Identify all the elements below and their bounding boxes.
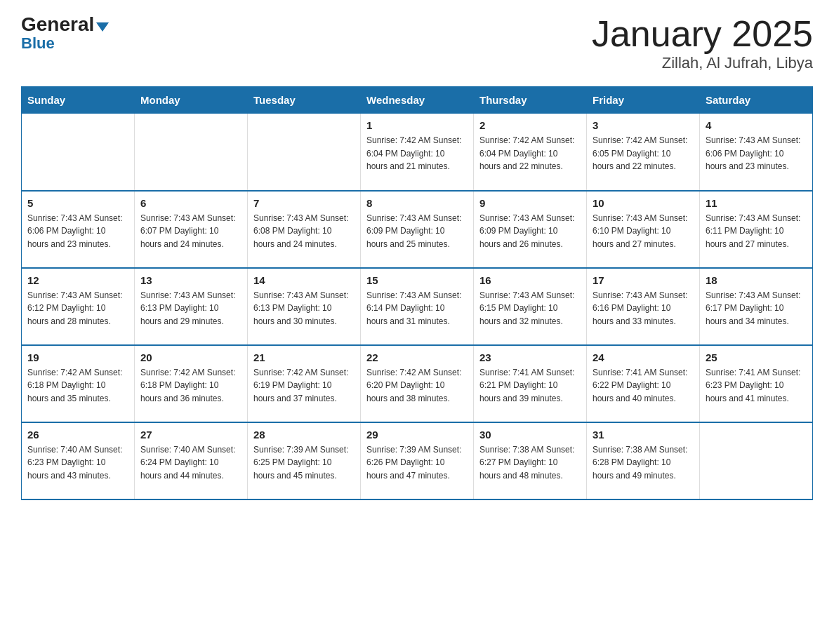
day-info: Sunrise: 7:43 AM Sunset: 6:16 PM Dayligh… [593, 289, 694, 328]
day-number: 25 [706, 351, 807, 363]
calendar-cell: 14Sunrise: 7:43 AM Sunset: 6:13 PM Dayli… [248, 268, 361, 345]
day-number: 16 [479, 274, 581, 286]
calendar-cell: 16Sunrise: 7:43 AM Sunset: 6:15 PM Dayli… [474, 268, 587, 345]
logo-general-text: General [21, 14, 109, 36]
day-number: 7 [253, 197, 355, 209]
day-number: 21 [253, 351, 355, 363]
calendar-cell: 25Sunrise: 7:41 AM Sunset: 6:23 PM Dayli… [700, 345, 813, 422]
day-info: Sunrise: 7:42 AM Sunset: 6:18 PM Dayligh… [27, 366, 128, 405]
day-info: Sunrise: 7:43 AM Sunset: 6:10 PM Dayligh… [593, 212, 694, 251]
day-number: 31 [593, 429, 694, 441]
calendar-cell: 15Sunrise: 7:43 AM Sunset: 6:14 PM Dayli… [361, 268, 474, 345]
header-cell-saturday: Saturday [700, 87, 813, 114]
day-number: 4 [706, 119, 807, 131]
calendar-row: 1Sunrise: 7:42 AM Sunset: 6:04 PM Daylig… [22, 114, 813, 191]
day-info: Sunrise: 7:41 AM Sunset: 6:23 PM Dayligh… [706, 366, 807, 405]
day-info: Sunrise: 7:43 AM Sunset: 6:15 PM Dayligh… [479, 289, 581, 328]
day-info: Sunrise: 7:43 AM Sunset: 6:09 PM Dayligh… [366, 212, 468, 251]
calendar-row: 5Sunrise: 7:43 AM Sunset: 6:06 PM Daylig… [22, 191, 813, 268]
day-info: Sunrise: 7:38 AM Sunset: 6:28 PM Dayligh… [593, 443, 694, 483]
day-info: Sunrise: 7:43 AM Sunset: 6:11 PM Dayligh… [706, 212, 807, 251]
day-info: Sunrise: 7:43 AM Sunset: 6:13 PM Dayligh… [140, 289, 241, 328]
calendar-cell: 24Sunrise: 7:41 AM Sunset: 6:22 PM Dayli… [587, 345, 700, 422]
header-cell-friday: Friday [587, 87, 700, 114]
page-subtitle: Zillah, Al Jufrah, Libya [592, 54, 813, 72]
day-info: Sunrise: 7:43 AM Sunset: 6:13 PM Dayligh… [253, 289, 355, 328]
day-info: Sunrise: 7:41 AM Sunset: 6:22 PM Dayligh… [593, 366, 694, 405]
day-info: Sunrise: 7:40 AM Sunset: 6:23 PM Dayligh… [27, 443, 128, 483]
day-info: Sunrise: 7:42 AM Sunset: 6:04 PM Dayligh… [366, 134, 468, 173]
day-number: 1 [366, 119, 468, 131]
calendar-cell: 9Sunrise: 7:43 AM Sunset: 6:09 PM Daylig… [474, 191, 587, 268]
calendar-cell: 1Sunrise: 7:42 AM Sunset: 6:04 PM Daylig… [361, 114, 474, 191]
day-info: Sunrise: 7:43 AM Sunset: 6:09 PM Dayligh… [479, 212, 581, 251]
calendar-cell: 21Sunrise: 7:42 AM Sunset: 6:19 PM Dayli… [248, 345, 361, 422]
day-info: Sunrise: 7:39 AM Sunset: 6:26 PM Dayligh… [366, 443, 468, 483]
day-info: Sunrise: 7:42 AM Sunset: 6:20 PM Dayligh… [366, 366, 468, 405]
day-number: 17 [593, 274, 694, 286]
calendar-cell: 22Sunrise: 7:42 AM Sunset: 6:20 PM Dayli… [361, 345, 474, 422]
calendar-cell: 10Sunrise: 7:43 AM Sunset: 6:10 PM Dayli… [587, 191, 700, 268]
day-number: 2 [479, 119, 581, 131]
day-info: Sunrise: 7:43 AM Sunset: 6:06 PM Dayligh… [27, 212, 128, 251]
calendar-cell: 2Sunrise: 7:42 AM Sunset: 6:04 PM Daylig… [474, 114, 587, 191]
day-number: 10 [593, 197, 694, 209]
day-number: 3 [593, 119, 694, 131]
day-info: Sunrise: 7:38 AM Sunset: 6:27 PM Dayligh… [479, 443, 581, 483]
day-number: 29 [366, 429, 468, 441]
calendar-cell: 20Sunrise: 7:42 AM Sunset: 6:18 PM Dayli… [135, 345, 248, 422]
calendar-header: SundayMondayTuesdayWednesdayThursdayFrid… [22, 87, 813, 114]
calendar-row: 19Sunrise: 7:42 AM Sunset: 6:18 PM Dayli… [22, 345, 813, 422]
calendar-cell: 12Sunrise: 7:43 AM Sunset: 6:12 PM Dayli… [22, 268, 135, 345]
day-info: Sunrise: 7:43 AM Sunset: 6:06 PM Dayligh… [706, 134, 807, 173]
day-number: 27 [140, 429, 241, 441]
header-row: SundayMondayTuesdayWednesdayThursdayFrid… [22, 87, 813, 114]
day-number: 14 [253, 274, 355, 286]
day-info: Sunrise: 7:43 AM Sunset: 6:07 PM Dayligh… [140, 212, 241, 251]
day-number: 18 [706, 274, 807, 286]
header-cell-sunday: Sunday [22, 87, 135, 114]
day-info: Sunrise: 7:40 AM Sunset: 6:24 PM Dayligh… [140, 443, 241, 483]
day-number: 9 [479, 197, 581, 209]
day-info: Sunrise: 7:39 AM Sunset: 6:25 PM Dayligh… [253, 443, 355, 483]
logo-blue-text: Blue [21, 36, 109, 51]
calendar-cell: 26Sunrise: 7:40 AM Sunset: 6:23 PM Dayli… [22, 422, 135, 499]
page-title: January 2025 [592, 14, 813, 54]
logo: General Blue [21, 14, 109, 51]
day-number: 15 [366, 274, 468, 286]
calendar-cell: 8Sunrise: 7:43 AM Sunset: 6:09 PM Daylig… [361, 191, 474, 268]
calendar-cell: 7Sunrise: 7:43 AM Sunset: 6:08 PM Daylig… [248, 191, 361, 268]
calendar-cell: 17Sunrise: 7:43 AM Sunset: 6:16 PM Dayli… [587, 268, 700, 345]
calendar-cell: 4Sunrise: 7:43 AM Sunset: 6:06 PM Daylig… [700, 114, 813, 191]
day-info: Sunrise: 7:42 AM Sunset: 6:19 PM Dayligh… [253, 366, 355, 405]
calendar-cell: 29Sunrise: 7:39 AM Sunset: 6:26 PM Dayli… [361, 422, 474, 499]
header-cell-tuesday: Tuesday [248, 87, 361, 114]
day-number: 28 [253, 429, 355, 441]
logo-triangle-icon [96, 22, 109, 32]
calendar-cell: 27Sunrise: 7:40 AM Sunset: 6:24 PM Dayli… [135, 422, 248, 499]
header-cell-monday: Monday [135, 87, 248, 114]
day-number: 6 [140, 197, 241, 209]
calendar-body: 1Sunrise: 7:42 AM Sunset: 6:04 PM Daylig… [22, 114, 813, 499]
title-area: January 2025 Zillah, Al Jufrah, Libya [592, 14, 813, 72]
day-number: 19 [27, 351, 128, 363]
day-info: Sunrise: 7:43 AM Sunset: 6:17 PM Dayligh… [706, 289, 807, 328]
day-number: 22 [366, 351, 468, 363]
calendar-cell: 6Sunrise: 7:43 AM Sunset: 6:07 PM Daylig… [135, 191, 248, 268]
day-number: 30 [479, 429, 581, 441]
calendar-cell: 13Sunrise: 7:43 AM Sunset: 6:13 PM Dayli… [135, 268, 248, 345]
calendar-cell [135, 114, 248, 191]
calendar-cell: 19Sunrise: 7:42 AM Sunset: 6:18 PM Dayli… [22, 345, 135, 422]
day-info: Sunrise: 7:41 AM Sunset: 6:21 PM Dayligh… [479, 366, 581, 405]
calendar-cell: 11Sunrise: 7:43 AM Sunset: 6:11 PM Dayli… [700, 191, 813, 268]
header-cell-thursday: Thursday [474, 87, 587, 114]
calendar-cell [22, 114, 135, 191]
day-number: 11 [706, 197, 807, 209]
day-number: 20 [140, 351, 241, 363]
calendar-cell [248, 114, 361, 191]
day-info: Sunrise: 7:42 AM Sunset: 6:18 PM Dayligh… [140, 366, 241, 405]
header-cell-wednesday: Wednesday [361, 87, 474, 114]
calendar-cell: 28Sunrise: 7:39 AM Sunset: 6:25 PM Dayli… [248, 422, 361, 499]
calendar-row: 12Sunrise: 7:43 AM Sunset: 6:12 PM Dayli… [22, 268, 813, 345]
calendar-cell: 18Sunrise: 7:43 AM Sunset: 6:17 PM Dayli… [700, 268, 813, 345]
